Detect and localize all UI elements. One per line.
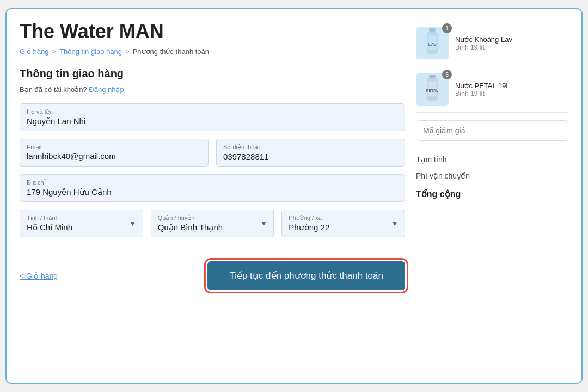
svg-text:LAV: LAV	[428, 42, 437, 47]
right-panel: LAV 1 Nước Khoáng Lav Bình 19 lít	[416, 20, 568, 372]
location-row: Tỉnh / thành Hồ Chí Minh ▼ Quận / huyện …	[20, 210, 405, 237]
phone-label: Số điện thoại	[223, 144, 398, 151]
address-label: Địa chỉ	[27, 179, 398, 186]
address-field: Địa chỉ	[20, 174, 405, 202]
continue-button[interactable]: Tiếp tục đến phương thức thanh toán	[207, 261, 405, 290]
login-prompt: Bạn đã có tài khoản? Đăng nhập	[20, 85, 405, 94]
breadcrumb-payment: Phương thức thanh toán	[133, 47, 209, 56]
product-1-info: Nước Khoáng Lav Bình 19 lít	[455, 35, 568, 51]
subtotal-label: Tạm tính	[416, 155, 446, 164]
product-2-name: Nước PETAL 19L	[455, 82, 568, 90]
ward-select[interactable]: Phường / xã Phường 22 ▼	[281, 210, 405, 237]
ward-value: Phường 22	[289, 223, 388, 232]
section-title: Thông tin giao hàng	[20, 68, 405, 80]
discount-input[interactable]	[416, 121, 568, 140]
total-row: Tổng cộng	[416, 185, 568, 199]
login-prompt-text: Bạn đã có tài khoản?	[20, 85, 87, 94]
shipping-label: Phí vận chuyển	[416, 171, 470, 180]
email-label: Email	[27, 144, 201, 150]
name-field-group: Họ và tên	[20, 103, 405, 131]
ward-arrow-icon: ▼	[391, 220, 398, 228]
subtotal-row: Tạm tính	[416, 151, 568, 164]
name-input[interactable]	[27, 117, 398, 126]
breadcrumb-sep2: >	[125, 47, 130, 56]
total-label: Tổng cộng	[416, 189, 461, 199]
svg-text:PETAL: PETAL	[426, 89, 439, 93]
district-label: Quận / huyện	[158, 215, 258, 222]
left-panel: The Water MAN Giỏ hàng > Thông tin giao …	[20, 20, 405, 372]
province-select[interactable]: Tỉnh / thành Hồ Chí Minh ▼	[20, 210, 143, 237]
product-item-1: LAV 1 Nước Khoáng Lav Bình 19 lít	[416, 20, 568, 66]
back-link[interactable]: < Giỏ hàng	[20, 272, 58, 280]
login-link[interactable]: Đăng nhập	[89, 85, 124, 94]
email-input[interactable]	[27, 151, 201, 161]
phone-field: Số điện thoại	[216, 139, 405, 167]
discount-row	[416, 120, 568, 141]
product-2-badge: 3	[442, 70, 452, 79]
district-value: Quận Bình Thạnh	[158, 223, 258, 232]
store-title: The Water MAN	[20, 20, 405, 43]
name-field: Họ và tên	[20, 103, 405, 131]
svg-rect-4	[429, 75, 436, 78]
product-2-sub: Bình 19 lít	[455, 90, 568, 97]
province-label: Tỉnh / thành	[27, 215, 126, 222]
summary-section: Tạm tính Phí vận chuyển Tổng cộng	[416, 151, 568, 199]
breadcrumb-sep1: >	[52, 47, 57, 56]
breadcrumb: Giỏ hàng > Thông tin giao hàng > Phương …	[20, 47, 405, 56]
breadcrumb-shipping[interactable]: Thông tin giao hàng	[59, 47, 122, 56]
product-1-img-wrap: LAV 1	[416, 27, 449, 59]
district-select[interactable]: Quận / huyện Quận Bình Thạnh ▼	[151, 210, 274, 237]
product-1-sub: Bình 19 lít	[455, 44, 568, 51]
email-phone-row: Email Số điện thoại	[20, 139, 405, 167]
product-2-img-wrap: PETAL 3	[416, 73, 449, 106]
province-value: Hồ Chí Minh	[27, 223, 126, 232]
shipping-row: Phí vận chuyển	[416, 167, 568, 180]
browser-frame: The Water MAN Giỏ hàng > Thông tin giao …	[5, 8, 583, 384]
breadcrumb-cart[interactable]: Giỏ hàng	[20, 47, 49, 56]
address-field-group: Địa chỉ	[20, 174, 405, 202]
product-1-badge: 1	[442, 23, 452, 33]
address-input[interactable]	[27, 188, 398, 197]
ward-label: Phường / xã	[289, 215, 388, 222]
province-arrow-icon: ▼	[130, 220, 136, 228]
product-item-2: PETAL 3 Nước PETAL 19L Bình 19 lít	[416, 66, 568, 113]
product-1-name: Nước Khoáng Lav	[455, 35, 568, 44]
svg-rect-0	[429, 28, 436, 32]
email-field: Email	[20, 139, 209, 167]
action-row: < Giỏ hàng Tiếp tục đến phương thức than…	[20, 261, 405, 290]
district-arrow-icon: ▼	[260, 220, 267, 228]
product-2-info: Nước PETAL 19L Bình 19 lít	[455, 82, 568, 97]
phone-input[interactable]	[223, 152, 398, 161]
name-label: Họ và tên	[27, 108, 398, 115]
